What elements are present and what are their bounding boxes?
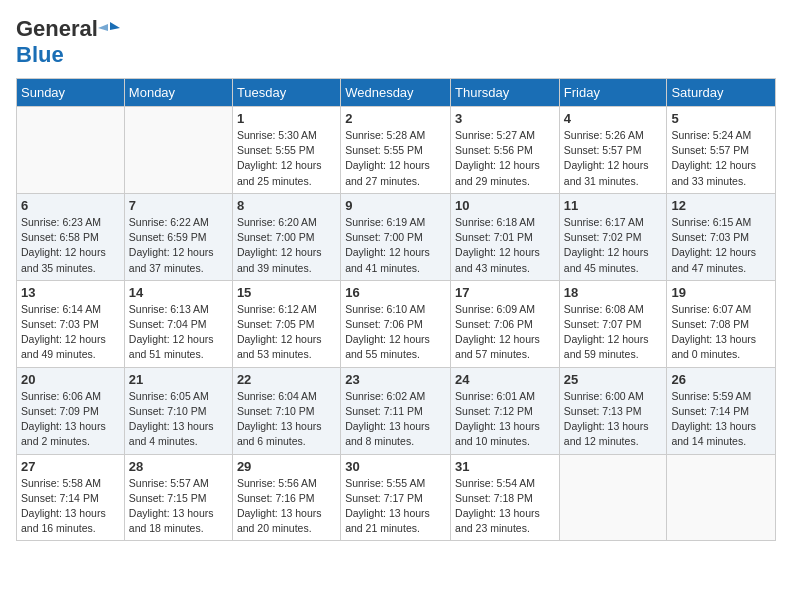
calendar-cell: 28Sunrise: 5:57 AMSunset: 7:15 PMDayligh…	[124, 454, 232, 541]
day-number: 13	[21, 285, 120, 300]
day-info: Sunrise: 5:30 AMSunset: 5:55 PMDaylight:…	[237, 128, 336, 189]
day-info: Sunrise: 6:00 AMSunset: 7:13 PMDaylight:…	[564, 389, 663, 450]
day-info: Sunrise: 6:23 AMSunset: 6:58 PMDaylight:…	[21, 215, 120, 276]
calendar-cell	[667, 454, 776, 541]
day-number: 15	[237, 285, 336, 300]
day-number: 4	[564, 111, 663, 126]
day-number: 23	[345, 372, 446, 387]
calendar-week-row: 27Sunrise: 5:58 AMSunset: 7:14 PMDayligh…	[17, 454, 776, 541]
day-number: 1	[237, 111, 336, 126]
day-info: Sunrise: 6:19 AMSunset: 7:00 PMDaylight:…	[345, 215, 446, 276]
day-number: 22	[237, 372, 336, 387]
day-info: Sunrise: 6:22 AMSunset: 6:59 PMDaylight:…	[129, 215, 228, 276]
calendar-cell: 7Sunrise: 6:22 AMSunset: 6:59 PMDaylight…	[124, 193, 232, 280]
calendar-cell: 19Sunrise: 6:07 AMSunset: 7:08 PMDayligh…	[667, 280, 776, 367]
calendar-cell: 24Sunrise: 6:01 AMSunset: 7:12 PMDayligh…	[451, 367, 560, 454]
day-info: Sunrise: 6:06 AMSunset: 7:09 PMDaylight:…	[21, 389, 120, 450]
calendar-cell	[559, 454, 667, 541]
day-info: Sunrise: 6:09 AMSunset: 7:06 PMDaylight:…	[455, 302, 555, 363]
day-number: 20	[21, 372, 120, 387]
day-info: Sunrise: 6:08 AMSunset: 7:07 PMDaylight:…	[564, 302, 663, 363]
day-info: Sunrise: 6:20 AMSunset: 7:00 PMDaylight:…	[237, 215, 336, 276]
day-number: 5	[671, 111, 771, 126]
day-number: 29	[237, 459, 336, 474]
calendar-cell: 21Sunrise: 6:05 AMSunset: 7:10 PMDayligh…	[124, 367, 232, 454]
col-monday: Monday	[124, 79, 232, 107]
calendar-cell: 27Sunrise: 5:58 AMSunset: 7:14 PMDayligh…	[17, 454, 125, 541]
day-number: 25	[564, 372, 663, 387]
day-number: 26	[671, 372, 771, 387]
svg-marker-0	[110, 22, 120, 30]
calendar-cell: 15Sunrise: 6:12 AMSunset: 7:05 PMDayligh…	[232, 280, 340, 367]
day-number: 31	[455, 459, 555, 474]
day-number: 24	[455, 372, 555, 387]
day-number: 28	[129, 459, 228, 474]
day-info: Sunrise: 6:05 AMSunset: 7:10 PMDaylight:…	[129, 389, 228, 450]
col-tuesday: Tuesday	[232, 79, 340, 107]
day-number: 11	[564, 198, 663, 213]
day-info: Sunrise: 6:01 AMSunset: 7:12 PMDaylight:…	[455, 389, 555, 450]
day-info: Sunrise: 6:14 AMSunset: 7:03 PMDaylight:…	[21, 302, 120, 363]
calendar-table: Sunday Monday Tuesday Wednesday Thursday…	[16, 78, 776, 541]
day-info: Sunrise: 5:54 AMSunset: 7:18 PMDaylight:…	[455, 476, 555, 537]
day-number: 30	[345, 459, 446, 474]
calendar-cell: 20Sunrise: 6:06 AMSunset: 7:09 PMDayligh…	[17, 367, 125, 454]
day-info: Sunrise: 6:02 AMSunset: 7:11 PMDaylight:…	[345, 389, 446, 450]
day-info: Sunrise: 6:17 AMSunset: 7:02 PMDaylight:…	[564, 215, 663, 276]
day-info: Sunrise: 6:04 AMSunset: 7:10 PMDaylight:…	[237, 389, 336, 450]
day-info: Sunrise: 5:26 AMSunset: 5:57 PMDaylight:…	[564, 128, 663, 189]
day-number: 3	[455, 111, 555, 126]
calendar-cell: 31Sunrise: 5:54 AMSunset: 7:18 PMDayligh…	[451, 454, 560, 541]
calendar-cell: 11Sunrise: 6:17 AMSunset: 7:02 PMDayligh…	[559, 193, 667, 280]
day-number: 19	[671, 285, 771, 300]
day-info: Sunrise: 6:15 AMSunset: 7:03 PMDaylight:…	[671, 215, 771, 276]
calendar-week-row: 13Sunrise: 6:14 AMSunset: 7:03 PMDayligh…	[17, 280, 776, 367]
calendar-cell	[17, 107, 125, 194]
day-info: Sunrise: 5:59 AMSunset: 7:14 PMDaylight:…	[671, 389, 771, 450]
logo-blue: Blue	[16, 42, 64, 67]
calendar-cell: 29Sunrise: 5:56 AMSunset: 7:16 PMDayligh…	[232, 454, 340, 541]
calendar-cell: 10Sunrise: 6:18 AMSunset: 7:01 PMDayligh…	[451, 193, 560, 280]
day-info: Sunrise: 5:57 AMSunset: 7:15 PMDaylight:…	[129, 476, 228, 537]
day-number: 10	[455, 198, 555, 213]
logo: General Blue	[16, 16, 120, 68]
calendar-cell: 25Sunrise: 6:00 AMSunset: 7:13 PMDayligh…	[559, 367, 667, 454]
calendar-cell: 6Sunrise: 6:23 AMSunset: 6:58 PMDaylight…	[17, 193, 125, 280]
calendar-cell: 2Sunrise: 5:28 AMSunset: 5:55 PMDaylight…	[341, 107, 451, 194]
calendar-cell: 8Sunrise: 6:20 AMSunset: 7:00 PMDaylight…	[232, 193, 340, 280]
day-info: Sunrise: 6:07 AMSunset: 7:08 PMDaylight:…	[671, 302, 771, 363]
day-info: Sunrise: 5:24 AMSunset: 5:57 PMDaylight:…	[671, 128, 771, 189]
header-row: Sunday Monday Tuesday Wednesday Thursday…	[17, 79, 776, 107]
calendar-cell: 1Sunrise: 5:30 AMSunset: 5:55 PMDaylight…	[232, 107, 340, 194]
day-number: 18	[564, 285, 663, 300]
day-info: Sunrise: 6:10 AMSunset: 7:06 PMDaylight:…	[345, 302, 446, 363]
day-number: 2	[345, 111, 446, 126]
calendar-week-row: 20Sunrise: 6:06 AMSunset: 7:09 PMDayligh…	[17, 367, 776, 454]
calendar-cell: 17Sunrise: 6:09 AMSunset: 7:06 PMDayligh…	[451, 280, 560, 367]
day-number: 6	[21, 198, 120, 213]
col-wednesday: Wednesday	[341, 79, 451, 107]
logo-general: General	[16, 16, 98, 42]
logo-bird-icon	[98, 18, 120, 40]
calendar-cell: 3Sunrise: 5:27 AMSunset: 5:56 PMDaylight…	[451, 107, 560, 194]
day-info: Sunrise: 5:27 AMSunset: 5:56 PMDaylight:…	[455, 128, 555, 189]
calendar-cell	[124, 107, 232, 194]
day-info: Sunrise: 6:12 AMSunset: 7:05 PMDaylight:…	[237, 302, 336, 363]
col-thursday: Thursday	[451, 79, 560, 107]
day-number: 14	[129, 285, 228, 300]
calendar-cell: 30Sunrise: 5:55 AMSunset: 7:17 PMDayligh…	[341, 454, 451, 541]
day-number: 8	[237, 198, 336, 213]
day-info: Sunrise: 5:28 AMSunset: 5:55 PMDaylight:…	[345, 128, 446, 189]
calendar-cell: 14Sunrise: 6:13 AMSunset: 7:04 PMDayligh…	[124, 280, 232, 367]
calendar-week-row: 1Sunrise: 5:30 AMSunset: 5:55 PMDaylight…	[17, 107, 776, 194]
day-info: Sunrise: 5:56 AMSunset: 7:16 PMDaylight:…	[237, 476, 336, 537]
col-saturday: Saturday	[667, 79, 776, 107]
calendar-cell: 26Sunrise: 5:59 AMSunset: 7:14 PMDayligh…	[667, 367, 776, 454]
day-number: 16	[345, 285, 446, 300]
day-info: Sunrise: 6:13 AMSunset: 7:04 PMDaylight:…	[129, 302, 228, 363]
calendar-cell: 13Sunrise: 6:14 AMSunset: 7:03 PMDayligh…	[17, 280, 125, 367]
col-sunday: Sunday	[17, 79, 125, 107]
calendar-week-row: 6Sunrise: 6:23 AMSunset: 6:58 PMDaylight…	[17, 193, 776, 280]
calendar-cell: 4Sunrise: 5:26 AMSunset: 5:57 PMDaylight…	[559, 107, 667, 194]
calendar-cell: 5Sunrise: 5:24 AMSunset: 5:57 PMDaylight…	[667, 107, 776, 194]
